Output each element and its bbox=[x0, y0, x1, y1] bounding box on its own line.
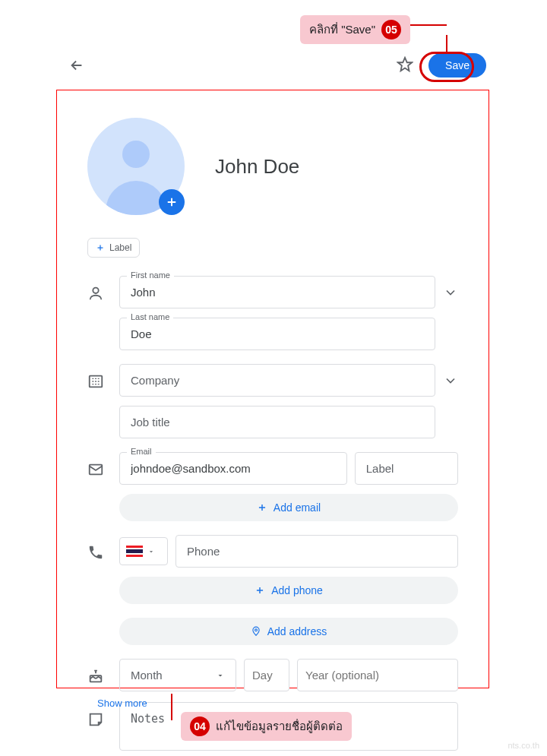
caret-down-icon bbox=[216, 671, 225, 680]
email-row: Email Add email bbox=[87, 452, 458, 521]
company-input[interactable] bbox=[119, 364, 435, 397]
first-name-field-wrap: First name bbox=[119, 276, 435, 308]
last-name-label: Last name bbox=[127, 312, 173, 321]
birthday-icon bbox=[87, 668, 104, 685]
company-field-wrap bbox=[119, 364, 435, 397]
phone-row: Add phone Add address bbox=[87, 535, 458, 645]
callout-save: คลิกที่ "Save" 05 bbox=[300, 15, 410, 44]
name-fields: First name Last name bbox=[119, 276, 458, 350]
step-number-4: 04 bbox=[190, 716, 210, 736]
add-phone-text: Add phone bbox=[271, 584, 323, 596]
month-select[interactable]: Month bbox=[119, 659, 236, 691]
svg-point-0 bbox=[93, 288, 98, 293]
callout-save-text: คลิกที่ "Save" bbox=[309, 21, 375, 39]
first-name-input[interactable] bbox=[119, 276, 435, 308]
plus-icon bbox=[257, 502, 267, 513]
thailand-flag-icon bbox=[126, 546, 143, 557]
add-photo-button[interactable] bbox=[159, 189, 185, 215]
add-email-text: Add email bbox=[274, 501, 321, 514]
email-label: Email bbox=[127, 447, 156, 456]
add-email-button[interactable]: Add email bbox=[119, 494, 458, 521]
plus-icon bbox=[165, 195, 179, 209]
notes-icon bbox=[87, 711, 104, 728]
company-icon bbox=[87, 373, 104, 390]
company-fields bbox=[119, 364, 458, 438]
chevron-down-icon bbox=[443, 373, 458, 388]
arrow-left-icon bbox=[68, 57, 85, 74]
chevron-down-icon bbox=[443, 285, 458, 300]
phone-input[interactable] bbox=[175, 535, 458, 568]
email-label-input[interactable] bbox=[355, 452, 458, 485]
add-label-chip[interactable]: Label bbox=[87, 238, 140, 258]
label-chip-text: Label bbox=[109, 242, 131, 253]
year-input[interactable] bbox=[297, 659, 458, 691]
save-highlight-ring bbox=[419, 52, 474, 82]
first-name-label: First name bbox=[127, 270, 174, 280]
avatar-head-shape bbox=[122, 141, 150, 168]
last-name-field-wrap: Last name bbox=[119, 318, 435, 350]
day-input[interactable] bbox=[244, 659, 289, 691]
name-row: First name Last name bbox=[87, 276, 458, 350]
date-fields: Month bbox=[119, 659, 458, 691]
person-icon bbox=[87, 285, 104, 302]
email-field-wrap: Email bbox=[119, 452, 347, 485]
country-code-select[interactable] bbox=[119, 537, 168, 565]
month-placeholder: Month bbox=[131, 669, 163, 682]
date-row: Month bbox=[87, 659, 458, 691]
edit-contact-panel: John Doe Label First name Last name bbox=[56, 90, 489, 688]
plus-icon bbox=[255, 585, 265, 596]
back-button[interactable] bbox=[68, 56, 87, 74]
expand-name-button[interactable] bbox=[443, 285, 458, 300]
phone-icon bbox=[87, 544, 104, 561]
avatar-wrapper bbox=[87, 118, 185, 215]
connector-line bbox=[171, 694, 172, 720]
step-number-5: 05 bbox=[381, 20, 401, 40]
jobtitle-field-wrap bbox=[119, 406, 435, 438]
jobtitle-input[interactable] bbox=[119, 406, 435, 438]
phone-field-wrap bbox=[175, 535, 458, 568]
add-phone-button[interactable]: Add phone bbox=[119, 577, 458, 604]
profile-section: John Doe bbox=[87, 118, 458, 215]
callout-edit-text: แก้ไขข้อมูลรายชื่อผู้ติดต่อ bbox=[216, 717, 343, 735]
last-name-input[interactable] bbox=[119, 318, 435, 350]
show-more-link[interactable]: Show more bbox=[97, 697, 147, 709]
phone-fields: Add phone Add address bbox=[119, 535, 458, 645]
email-input[interactable] bbox=[119, 452, 347, 485]
star-button[interactable] bbox=[397, 56, 415, 74]
expand-company-button[interactable] bbox=[443, 373, 458, 388]
email-icon bbox=[87, 461, 104, 478]
add-address-button[interactable]: Add address bbox=[119, 618, 458, 645]
location-pin-icon bbox=[251, 626, 261, 637]
watermark: nts.co.th bbox=[507, 741, 539, 750]
avatar-body-shape bbox=[106, 181, 166, 215]
email-fields: Email Add email bbox=[119, 452, 458, 521]
email-label-field-wrap bbox=[355, 452, 458, 485]
add-address-text: Add address bbox=[267, 625, 327, 637]
contact-name: John Doe bbox=[215, 155, 299, 179]
connector-line bbox=[410, 24, 447, 26]
company-row bbox=[87, 364, 458, 438]
caret-down-icon bbox=[147, 548, 155, 555]
callout-edit: 04 แก้ไขข้อมูลรายชื่อผู้ติดต่อ bbox=[181, 712, 352, 741]
svg-point-3 bbox=[255, 629, 257, 631]
plus-icon bbox=[96, 243, 105, 252]
star-icon bbox=[397, 56, 413, 73]
